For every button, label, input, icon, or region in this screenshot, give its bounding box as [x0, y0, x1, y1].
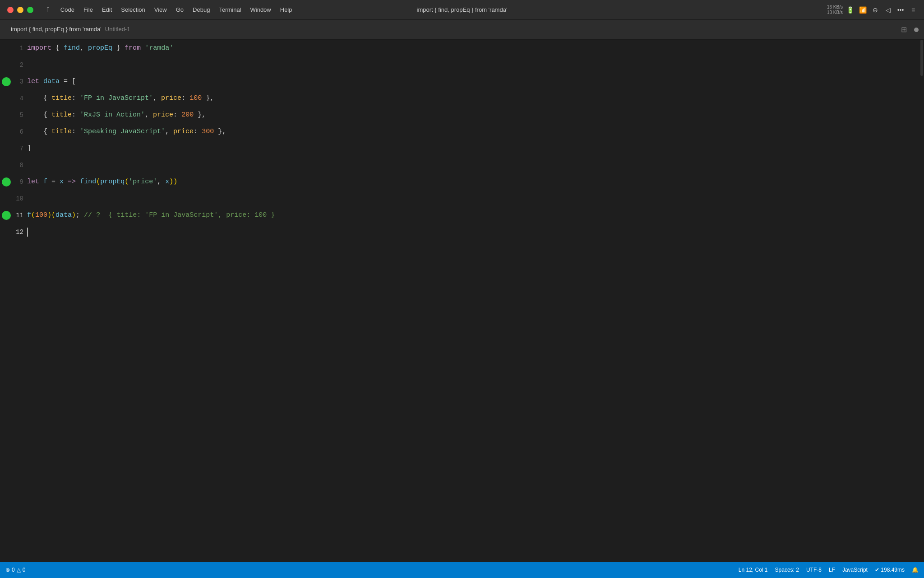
- menu-window[interactable]: Window: [246, 0, 276, 20]
- close-button[interactable]: [7, 7, 14, 13]
- gutter-row-11: 11: [0, 207, 27, 224]
- breakpoint-11: [2, 211, 11, 220]
- gutter-row-5: 5: [0, 107, 27, 123]
- breakpoint-7: [2, 144, 11, 153]
- code-line-6: { title: 'Speaking JavaScript', price: 3…: [27, 123, 924, 140]
- code-line-9: let f = x => find(propEq('price', x)): [27, 173, 924, 190]
- apple-menu[interactable]: : [41, 0, 56, 20]
- code-line-8: [27, 157, 924, 173]
- dots-icon: •••: [897, 6, 904, 14]
- breakpoint-2: [2, 61, 11, 70]
- menu-selection[interactable]: Selection: [116, 0, 149, 20]
- line-number-7: 7: [11, 145, 27, 152]
- code-line-12[interactable]: [27, 224, 924, 240]
- split-editor-icon[interactable]: ⊞: [901, 25, 907, 34]
- gutter-row-10: 10: [0, 190, 27, 207]
- tabbar: import { find, propEq } from 'ramda' Unt…: [0, 20, 924, 40]
- gutter-row-7: 7: [0, 140, 27, 157]
- line-number-9: 9: [11, 178, 27, 186]
- unsaved-indicator: [914, 28, 919, 32]
- scrollbar-thumb: [920, 40, 923, 76]
- scrollbar[interactable]: [919, 40, 924, 562]
- line-number-3: 3: [11, 78, 27, 85]
- titlebar:  Code File Edit Selection View Go Debug…: [0, 0, 924, 20]
- line-number-8: 8: [11, 162, 27, 169]
- cursor-position[interactable]: Ln 12, Col 1: [739, 567, 768, 573]
- menu-help[interactable]: Help: [276, 0, 297, 20]
- notifications-icon[interactable]: 🔔: [912, 567, 919, 573]
- tabbar-right: ⊞: [901, 25, 919, 34]
- code-line-4: { title: 'FP in JavaScript', price: 100 …: [27, 90, 924, 107]
- menu-file[interactable]: File: [79, 0, 97, 20]
- traffic-lights: [0, 7, 33, 13]
- minus-icon: ⊖: [872, 6, 879, 14]
- menu-code[interactable]: Code: [56, 0, 79, 20]
- line-number-2: 2: [11, 61, 27, 69]
- menu-go[interactable]: Go: [171, 0, 188, 20]
- line-number-5: 5: [11, 112, 27, 119]
- statusbar: ⊗ 0 △ 0 Ln 12, Col 1 Spaces: 2 UTF-8 LF …: [0, 562, 924, 578]
- status-right: Ln 12, Col 1 Spaces: 2 UTF-8 LF JavaScri…: [739, 567, 919, 573]
- breakpoint-6: [2, 127, 11, 136]
- arrow-icon: ◁: [884, 6, 892, 14]
- line-number-6: 6: [11, 128, 27, 135]
- tab-filename: import { find, propEq } from 'ramda': [11, 26, 102, 33]
- wifi-icon: 📶: [859, 6, 866, 14]
- code-line-11: f(100)(data); // ? { title: 'FP in JavaS…: [27, 207, 924, 224]
- menu-debug[interactable]: Debug: [188, 0, 214, 20]
- gutter-row-9: 9: [0, 173, 27, 190]
- breakpoint-4: [2, 94, 11, 103]
- minimize-button[interactable]: [17, 7, 23, 13]
- breakpoint-8: [2, 161, 11, 170]
- battery-icon: 🔋: [846, 6, 854, 14]
- titlebar-right: 16 KB/s 13 KB/s 🔋 📶 ⊖ ◁ ••• ≡: [827, 5, 924, 15]
- line-number-12: 12: [11, 228, 27, 236]
- titlebar-icons: 🔋 📶 ⊖ ◁ ••• ≡: [846, 6, 917, 14]
- timing: ✔ 198.49ms: [875, 567, 905, 573]
- line-number-4: 4: [11, 95, 27, 102]
- error-count: 0: [12, 567, 15, 573]
- menu-view[interactable]: View: [150, 0, 171, 20]
- code-line-3: let data = [: [27, 73, 924, 90]
- line-ending[interactable]: LF: [829, 567, 835, 573]
- gutter-row-3: 3: [0, 73, 27, 90]
- warning-count: 0: [23, 567, 26, 573]
- breakpoint-5: [2, 111, 11, 120]
- code-editor[interactable]: import { find, propEq } from 'ramda' let…: [27, 40, 924, 562]
- window-title: import { find, propEq } from 'ramda': [417, 6, 508, 13]
- fullscreen-button[interactable]: [27, 7, 33, 13]
- list-icon: ≡: [910, 6, 917, 14]
- line-number-1: 1: [11, 45, 27, 52]
- status-left: ⊗ 0 △ 0: [5, 567, 25, 573]
- gutter-row-6: 6: [0, 123, 27, 140]
- code-line-1: import { find, propEq } from 'ramda': [27, 40, 924, 56]
- code-line-7: ]: [27, 140, 924, 157]
- gutter-row-12: 12: [0, 224, 27, 240]
- indentation[interactable]: Spaces: 2: [775, 567, 799, 573]
- code-line-2: [27, 56, 924, 73]
- gutter-row-1: 1: [0, 40, 27, 56]
- code-line-5: { title: 'RxJS in Action', price: 200 },: [27, 107, 924, 123]
- warning-icon: △: [17, 567, 21, 573]
- code-line-10: [27, 190, 924, 207]
- menu-terminal[interactable]: Terminal: [214, 0, 245, 20]
- cursor: [27, 228, 28, 237]
- menu-edit[interactable]: Edit: [97, 0, 116, 20]
- network-speed: 16 KB/s 13 KB/s: [827, 5, 843, 15]
- breakpoint-3: [2, 77, 11, 86]
- gutter: 1 2 3 4 5 6 7 8: [0, 40, 27, 562]
- line-number-11: 11: [11, 212, 27, 219]
- encoding[interactable]: UTF-8: [806, 567, 822, 573]
- breakpoint-12: [2, 228, 11, 237]
- breakpoint-10: [2, 194, 11, 203]
- error-icon: ⊗: [5, 567, 10, 573]
- language-mode[interactable]: JavaScript: [842, 567, 868, 573]
- menu-bar:  Code File Edit Selection View Go Debug…: [41, 0, 297, 20]
- gutter-row-4: 4: [0, 90, 27, 107]
- line-number-10: 10: [11, 195, 27, 202]
- tab-untitled: Untitled-1: [105, 26, 130, 33]
- editor[interactable]: 1 2 3 4 5 6 7 8: [0, 40, 924, 562]
- tab-current-file[interactable]: import { find, propEq } from 'ramda' Unt…: [5, 20, 135, 40]
- errors-count[interactable]: ⊗ 0 △ 0: [5, 567, 25, 573]
- breakpoint-9: [2, 177, 11, 186]
